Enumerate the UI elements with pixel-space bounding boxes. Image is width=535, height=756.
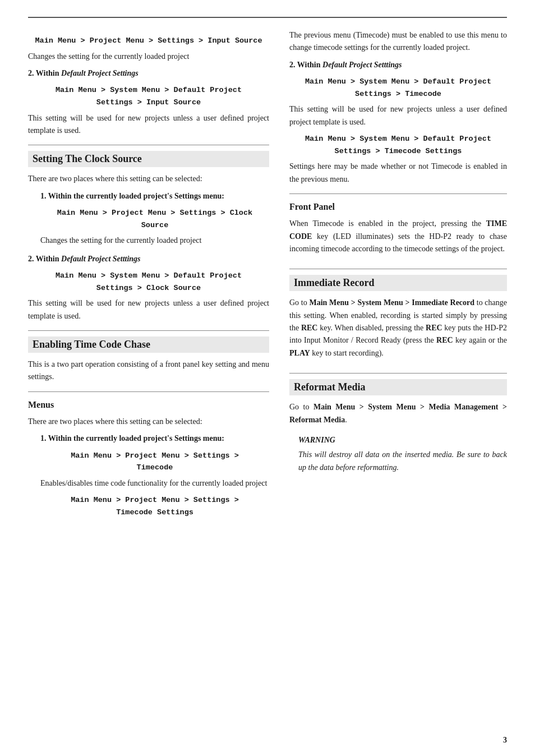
reformat-media-section: Reformat Media Go to Main Menu > System …	[289, 379, 507, 474]
timecode-right-para-1: This setting will be used for new projec…	[289, 103, 507, 128]
timecode-right-label: 2. Within	[289, 61, 321, 69]
reformat-media-para: Go to Main Menu > System Menu > Media Ma…	[289, 401, 507, 426]
clock-menu-path-1: Main Menu > Project Menu > Settings > Cl…	[52, 207, 258, 231]
timecode-right-para-2: Settings here may be made whether or not…	[289, 160, 507, 186]
front-panel-section: Front Panel When Timecode is enabled in …	[289, 200, 507, 255]
menus-section: Menus There are two places where this se…	[28, 398, 269, 519]
warning-title: WARNING	[298, 434, 507, 446]
immediate-record-para: Go to Main Menu > System Menu > Immediat…	[289, 297, 507, 359]
front-panel-subtitle: Front Panel	[289, 200, 507, 215]
menus-item1-label: 1. Within the currently loaded project's…	[40, 432, 269, 445]
clock-default-label: Default Project Setttings	[61, 255, 141, 263]
menus-subtitle: Menus	[28, 398, 269, 413]
two-column-layout: Main Menu > Project Menu > Settings > In…	[28, 29, 507, 524]
clock-item2-para: This setting will be used for new projec…	[28, 297, 269, 322]
timecode-chase-divider	[28, 330, 269, 331]
clock-source-section: Setting The Clock Source There are two p…	[28, 151, 269, 322]
clock-item1-para: Changes the setting for the currently lo…	[40, 234, 269, 247]
clock-source-title: Setting The Clock Source	[28, 151, 269, 167]
menus-item1-para: Enables/disables time code functionality…	[40, 477, 269, 490]
warning-block: WARNING This will destroy all data on th…	[298, 434, 507, 474]
clock-item-1: 1. Within the currently loaded project's…	[40, 190, 269, 247]
timecode-right-item2: 2. Within Default Project Setttings Main…	[289, 59, 507, 186]
clock-menu-path-2: Main Menu > System Menu > Default Projec…	[39, 270, 258, 294]
timecode-default-label: Default Project Setttings	[322, 61, 402, 69]
immediate-record-title: Immediate Record	[289, 275, 507, 291]
menus-menu-path-2: Main Menu > Project Menu > Settings > Ti…	[52, 494, 258, 518]
timecode-right-intro: The previous menu (Timecode) must be ena…	[289, 29, 507, 54]
numbered-item-2-input: 2. Within Default Project Settings Main …	[28, 67, 269, 137]
timecode-chase-section: Enabling Time Code Chase This is a two p…	[28, 336, 269, 384]
input-source-section: Main Menu > Project Menu > Settings > In…	[28, 35, 269, 137]
timecode-right-section: The previous menu (Timecode) must be ena…	[289, 29, 507, 186]
timecode-right-menu-2: Main Menu > System Menu > Default Projec…	[301, 133, 496, 157]
menu-path-default-input: Main Menu > System Menu > Default Projec…	[39, 84, 258, 108]
numbered-2-label: 2. Within	[28, 69, 59, 77]
immediate-record-section: Immediate Record Go to Main Menu > Syste…	[289, 275, 507, 359]
timecode-chase-title: Enabling Time Code Chase	[28, 336, 269, 353]
input-source-default-para: This setting will be used for new projec…	[28, 112, 269, 137]
menus-intro: There are two places where this setting …	[28, 416, 269, 428]
clock-item2-label: 2. Within	[28, 255, 59, 263]
input-source-para: Changes the setting for the currently lo…	[28, 50, 269, 63]
clock-item1-label: 1. Within the currently loaded project's…	[40, 190, 269, 202]
front-panel-divider	[289, 193, 507, 194]
warning-text: This will destroy all data on the insert…	[298, 449, 507, 474]
front-panel-para: When Timecode is enabled in the project,…	[289, 218, 507, 255]
clock-source-intro: There are two places where this setting …	[28, 173, 269, 185]
menu-path-input-source: Main Menu > Project Menu > Settings > In…	[28, 35, 269, 47]
clock-source-divider	[28, 145, 269, 145]
menus-item-1: 1. Within the currently loaded project's…	[40, 432, 269, 518]
right-column: The previous menu (Timecode) must be ena…	[289, 29, 507, 524]
timecode-right-menu-1: Main Menu > System Menu > Default Projec…	[301, 76, 496, 100]
left-column: Main Menu > Project Menu > Settings > In…	[28, 29, 269, 524]
menus-menu-path-1: Main Menu > Project Menu > Settings > Ti…	[52, 450, 258, 474]
page: Main Menu > Project Menu > Settings > In…	[0, 0, 535, 756]
reformat-media-title: Reformat Media	[289, 379, 507, 395]
clock-item-2: 2. Within Default Project Setttings Main…	[28, 253, 269, 322]
timecode-chase-intro: This is a two part operation consisting …	[28, 358, 269, 384]
top-border	[28, 17, 507, 18]
menus-divider	[28, 391, 269, 392]
immediate-record-divider	[289, 269, 507, 269]
page-number: 3	[503, 736, 507, 745]
default-project-settings-label: Default Project Settings	[61, 69, 139, 77]
reformat-media-divider	[289, 373, 507, 374]
